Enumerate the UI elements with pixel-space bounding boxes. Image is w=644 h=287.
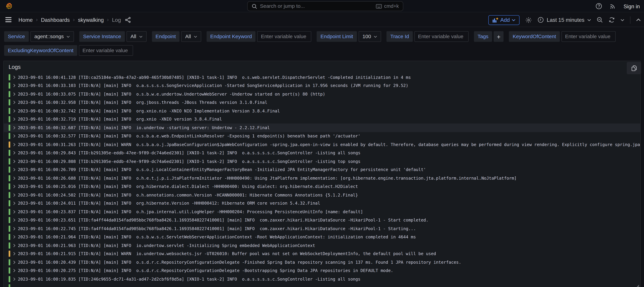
variable-value: agent::songs: [34, 34, 64, 39]
log-expand-chevron-icon[interactable]: [13, 117, 16, 121]
variable-select[interactable]: agent::songs: [30, 31, 74, 42]
variable-select[interactable]: All: [181, 31, 201, 42]
log-expand-chevron-icon[interactable]: [13, 277, 16, 281]
log-row[interactable]: 2023-09-01 16:00:21.915 [TID:N/A] [main]…: [4, 250, 640, 258]
log-expand-chevron-icon[interactable]: [13, 126, 16, 129]
log-row[interactable]: 2023-09-01 16:00:26.709 [TID:N/A] [main]…: [4, 165, 640, 174]
log-expand-chevron-icon[interactable]: [13, 151, 16, 155]
variable-label-endpoint-keyword: Endpoint Keyword: [206, 31, 256, 42]
log-level-bar: [8, 150, 10, 156]
log-expand-chevron-icon[interactable]: [13, 185, 16, 188]
log-expand-chevron-icon[interactable]: [13, 202, 16, 205]
add-tag-button[interactable]: +: [494, 31, 504, 42]
log-row[interactable]: 2023-09-01 16:00:26.688 [TID:N/A] [main]…: [4, 174, 640, 182]
variable-input[interactable]: [414, 31, 468, 42]
variable-input[interactable]: [561, 31, 616, 42]
gear-icon[interactable]: [525, 16, 532, 23]
log-expand-chevron-icon[interactable]: [13, 109, 16, 113]
variable-value: All: [185, 34, 191, 39]
panel-title[interactable]: Logs: [8, 64, 20, 70]
search-input[interactable]: Search or jump to... cmd+k: [247, 1, 403, 11]
top-nav: Search or jump to... cmd+k Sign in: [0, 0, 644, 12]
log-text: 2023-09-01 16:00:21.964 [TID:N/A] [main]…: [18, 235, 640, 239]
help-icon[interactable]: [596, 3, 602, 9]
variables-row-2: ExcludingKeywordOfContent: [4, 45, 133, 56]
time-range-picker[interactable]: Last 15 minutes: [538, 17, 591, 23]
log-expand-chevron-icon[interactable]: [13, 244, 16, 247]
log-expand-chevron-icon[interactable]: [13, 210, 16, 214]
log-expand-chevron-icon[interactable]: [13, 134, 16, 138]
resize-handle-icon[interactable]: [636, 284, 640, 287]
log-row[interactable]: 2023-09-01 16:00:33.103 [TID:N/A] [main]…: [4, 81, 640, 90]
variable-select[interactable]: 100: [358, 31, 381, 42]
grafana-logo[interactable]: [5, 2, 13, 10]
log-row[interactable]: [4, 283, 640, 287]
log-row[interactable]: 2023-09-01 16:00:32.687 [TID:N/A] [main]…: [4, 123, 640, 132]
add-button[interactable]: Add: [488, 15, 520, 25]
log-expand-chevron-icon[interactable]: [13, 101, 16, 104]
log-row[interactable]: 2023-09-01 16:00:31.263 [TID:N/A] [main]…: [4, 140, 640, 149]
log-expand-chevron-icon[interactable]: [13, 260, 16, 264]
log-text: 2023-09-01 16:00:21.915 [TID:N/A] [main]…: [18, 252, 640, 256]
log-expand-chevron-icon[interactable]: [13, 84, 16, 87]
log-expand-chevron-icon[interactable]: [13, 168, 16, 172]
log-text: 2023-09-01 16:00:24.011 [TID:N/A] [main]…: [18, 201, 640, 206]
breadcrumb-item-skywalking[interactable]: skywalking: [78, 16, 104, 23]
log-row[interactable]: 2023-09-01 16:00:24.502 [TID:N/A] [main]…: [4, 191, 640, 199]
log-row[interactable]: 2023-09-01 16:00:19.835 [TID:246c9655-dc…: [4, 275, 640, 283]
breadcrumb-item-home[interactable]: Home: [18, 16, 32, 23]
log-row[interactable]: 2023-09-01 16:00:21.964 [TID:N/A] [main]…: [4, 233, 640, 241]
log-expand-chevron-icon[interactable]: [13, 269, 16, 273]
log-row[interactable]: 2023-09-01 16:00:21.963 [TID:N/A] [main]…: [4, 241, 640, 250]
log-row[interactable]: 2023-09-01 16:00:29.843 [TID:b291305e-ed…: [4, 149, 640, 157]
menu-icon[interactable]: [6, 17, 12, 22]
log-row[interactable]: 2023-09-01 16:00:33.075 [TID:N/A] [main]…: [4, 90, 640, 98]
breadcrumb-item-dashboards[interactable]: Dashboards: [41, 16, 70, 23]
log-expand-chevron-icon[interactable]: [13, 75, 16, 79]
log-text: 2023-09-01 16:00:26.688 [TID:N/A] [main]…: [18, 176, 640, 181]
log-expand-chevron-icon[interactable]: [13, 193, 16, 197]
variable-input[interactable]: [257, 31, 312, 42]
log-row[interactable]: 2023-09-01 16:00:23.651 [TID:fa4ff44da01…: [4, 216, 640, 224]
log-row[interactable]: 2023-09-01 16:00:23.837 [TID:N/A] [main]…: [4, 208, 640, 216]
breadcrumb-item-log[interactable]: Log: [112, 16, 121, 23]
log-expand-chevron-icon[interactable]: [13, 92, 16, 96]
refresh-icon[interactable]: [609, 17, 615, 23]
log-text: 2023-09-01 16:00:33.103 [TID:N/A] [main]…: [18, 83, 640, 88]
log-row[interactable]: 2023-09-01 16:00:32.742 [TID:N/A] [main]…: [4, 107, 640, 115]
log-row[interactable]: 2023-09-01 16:00:32.719 [TID:N/A] [main]…: [4, 115, 640, 124]
log-row[interactable]: 2023-09-01 16:00:29.808 [TID:b291305e-ed…: [4, 157, 640, 166]
log-row[interactable]: 2023-09-01 16:00:25.016 [TID:N/A] [main]…: [4, 182, 640, 191]
share-icon[interactable]: [125, 16, 131, 23]
copy-log-button[interactable]: [627, 62, 641, 74]
chevron-up-icon[interactable]: [636, 18, 641, 21]
log-level-bar: [8, 200, 10, 206]
log-row[interactable]: 2023-09-01 16:00:20.439 [TID:N/A] [main]…: [4, 258, 640, 267]
log-row[interactable]: 2023-09-01 16:00:22.745 [TID:fa4ff44da01…: [4, 224, 640, 233]
log-expand-chevron-icon[interactable]: [13, 160, 16, 163]
variable-label-endpoint: Endpoint: [152, 31, 180, 42]
zoom-out-icon[interactable]: [597, 17, 603, 23]
rss-icon[interactable]: [610, 3, 616, 9]
log-expand-chevron-icon[interactable]: [13, 235, 16, 239]
variable-select[interactable]: All: [126, 31, 146, 42]
log-expand-chevron-icon[interactable]: [13, 218, 16, 222]
breadcrumb-separator-icon: ›: [36, 17, 38, 23]
log-row[interactable]: 2023-09-01 16:00:20.275 [TID:N/A] [main]…: [4, 267, 640, 275]
log-expand-chevron-icon[interactable]: [13, 143, 16, 146]
log-expand-chevron-icon[interactable]: [13, 227, 16, 231]
refresh-interval-chevron-icon[interactable]: [620, 19, 624, 21]
log-level-bar: [8, 91, 10, 97]
log-row[interactable]: 2023-09-01 16:00:24.011 [TID:N/A] [main]…: [4, 199, 640, 208]
log-row[interactable]: 2023-09-01 16:00:32.577 [TID:N/A] [main]…: [4, 132, 640, 140]
log-level-bar: [8, 158, 10, 164]
log-expand-chevron-icon[interactable]: [13, 252, 16, 256]
variable-input[interactable]: [79, 45, 133, 56]
log-row[interactable]: 2023-09-01 16:00:32.958 [TID:N/A] [main]…: [4, 98, 640, 107]
log-text: 2023-09-01 16:00:23.837 [TID:N/A] [main]…: [18, 210, 640, 214]
log-row[interactable]: 2023-09-01 16:00:41.128 [TID:ca25184e-a5…: [4, 73, 640, 81]
log-level-bar: [8, 268, 10, 274]
log-expand-chevron-icon[interactable]: [13, 176, 16, 180]
sign-in-button[interactable]: Sign in: [624, 3, 640, 9]
log-text: 2023-09-01 16:00:32.577 [TID:N/A] [main]…: [18, 134, 640, 138]
